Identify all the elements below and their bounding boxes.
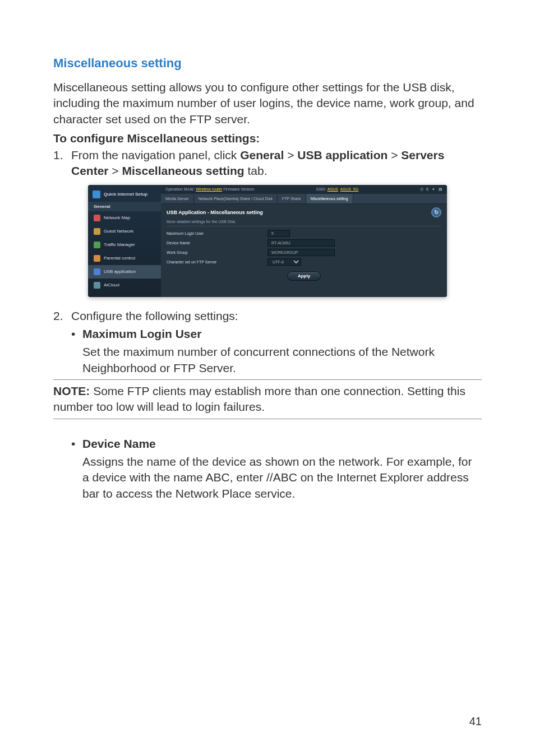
row-charset: Character set on FTP Server UTF-8 (167, 257, 441, 267)
refresh-button[interactable]: ↻ (431, 207, 441, 217)
usb-icon (94, 268, 100, 275)
op-mode-label: Operation Mode: (165, 187, 195, 191)
ssid-link-1[interactable]: ASUS (328, 187, 338, 191)
bullet-2-heading: Device Name (82, 436, 156, 452)
qis-icon (93, 191, 100, 198)
step-1-sep1: > (284, 149, 297, 161)
tab-network-place[interactable]: Network Place(Samba) Share / Cloud Disk (194, 194, 278, 203)
qis-item[interactable]: Quick Internet Setup (88, 187, 161, 202)
section-title: Miscellaneous setting (53, 56, 482, 71)
charset-select[interactable]: UTF-8 (268, 258, 301, 266)
sidebar-aicloud-label: AiCloud (104, 282, 119, 287)
aicloud-icon (94, 282, 100, 289)
sidebar-parental-label: Parental control (104, 256, 135, 261)
router-sidebar: Quick Internet Setup General Network Map… (88, 185, 161, 297)
sidebar-general-label: General (88, 202, 161, 211)
step-1-number: 1. (53, 147, 71, 179)
note-box: NOTE: Some FTP clients may establish mor… (53, 379, 482, 419)
step-1-suffix: tab. (245, 164, 268, 177)
guest-icon (94, 228, 100, 235)
sidebar-item-usb[interactable]: USB application (88, 265, 161, 279)
sidebar-item-guest[interactable]: Guest Network (88, 225, 161, 238)
work-group-label: Work Group (167, 251, 268, 254)
max-login-input[interactable] (268, 230, 290, 237)
router-content: USB Application - Miscellaneous setting … (161, 204, 447, 297)
bullet-max-login: • Maximum Login User (71, 326, 482, 342)
router-topbar: Operation Mode: Wireless router Firmware… (161, 185, 447, 194)
apply-button[interactable]: Apply (287, 271, 321, 281)
sidebar-item-traffic[interactable]: Traffic Manager (88, 238, 161, 252)
printer-icon[interactable]: ⎘ (426, 187, 428, 192)
work-group-input[interactable] (268, 249, 335, 256)
tab-media-server[interactable]: Media Server (161, 194, 194, 203)
parental-icon (94, 255, 100, 262)
bullet-1-heading: Maximum Login User (82, 326, 201, 342)
step-1-sep3: > (109, 164, 122, 177)
traffic-icon (94, 242, 100, 248)
intro-paragraph: Miscellaneous setting allows you to conf… (53, 80, 482, 127)
sidebar-item-parental[interactable]: Parental control (88, 252, 161, 265)
row-max-login: Maximum Login User (167, 229, 441, 238)
usb-top-icon[interactable]: ⎙ (421, 187, 423, 192)
wireless-router-link[interactable]: Wireless router (196, 187, 222, 191)
max-login-label: Maximum Login User (167, 231, 268, 235)
step-1-b2: USB application (297, 149, 388, 161)
step-2-number: 2. (53, 308, 71, 324)
globe-icon[interactable]: ✦ (432, 187, 435, 192)
sidebar-networkmap-label: Network Map (104, 215, 130, 220)
fw-label: Firmware Version: (223, 187, 255, 191)
bullet-dot-1: • (71, 326, 82, 342)
step-1-prefix: From the navigation panel, click (71, 149, 240, 161)
row-work-group: Work Group (167, 248, 441, 257)
step-1-content: From the navigation panel, click General… (71, 147, 482, 179)
device-name-input[interactable] (268, 239, 335, 247)
ssid-label: SSID: (316, 187, 326, 191)
sidebar-guest-label: Guest Network (104, 229, 133, 234)
bullet-dot-2: • (71, 436, 82, 452)
content-title: USB Application - Miscellaneous setting (167, 210, 263, 215)
sidebar-usb-label: USB application (104, 269, 136, 274)
page-number: 41 (469, 715, 482, 728)
bullet-device-name: • Device Name (71, 436, 482, 452)
tab-ftp-share[interactable]: FTP Share (278, 194, 306, 203)
step-2: 2. Configure the following settings: (53, 308, 482, 324)
router-main: Operation Mode: Wireless router Firmware… (161, 185, 447, 297)
note-label: NOTE: (53, 384, 90, 397)
step-1: 1. From the navigation panel, click Gene… (53, 147, 482, 179)
step-1-b1: General (240, 149, 284, 161)
sidebar-item-aicloud[interactable]: AiCloud (88, 279, 161, 292)
qis-label: Quick Internet Setup (104, 192, 147, 197)
sidebar-traffic-label: Traffic Manager (104, 242, 135, 247)
bullet-1-text: Set the maximum number of concurrent con… (82, 344, 482, 376)
step-1-b4: Miscellaneous setting (122, 164, 244, 177)
step-1-sep2: > (388, 149, 401, 161)
networkmap-icon (94, 215, 100, 221)
router-screenshot: Quick Internet Setup General Network Map… (88, 185, 447, 297)
content-subtext: More detailed settings for the USB Disk. (167, 217, 441, 226)
ssid-link-2[interactable]: ASUS_5G (340, 187, 358, 191)
charset-label: Character set on FTP Server (167, 260, 268, 264)
device-name-label: Device Name (167, 241, 268, 245)
tab-misc-setting[interactable]: Miscellaneous setting (306, 194, 353, 203)
sidebar-item-networkmap[interactable]: Network Map (88, 211, 161, 225)
top-icons: ⎙ ⎘ ✦ ▤ (421, 187, 442, 192)
bullet-2-text: Assigns the name of the device as shown … (82, 454, 482, 502)
config-heading: To configure Miscellaneous settings: (53, 132, 482, 145)
note-text: Some FTP clients may establish more than… (53, 384, 465, 413)
step-2-content: Configure the following settings: (71, 308, 482, 324)
row-device-name: Device Name (167, 238, 441, 248)
reboot-icon[interactable]: ▤ (439, 187, 442, 192)
router-tabs: Media Server Network Place(Samba) Share … (161, 194, 447, 204)
